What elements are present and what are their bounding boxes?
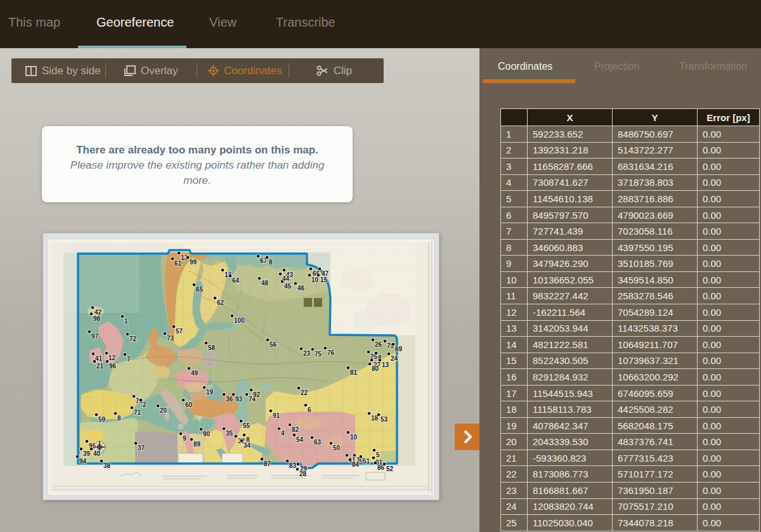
svg-text:24: 24 [391,355,398,362]
svg-text:21: 21 [96,363,104,370]
svg-text:69: 69 [395,346,403,353]
svg-text:37: 37 [138,444,145,451]
svg-text:28: 28 [299,470,307,477]
svg-text:80: 80 [372,365,379,372]
svg-text:57: 57 [176,328,183,335]
svg-text:100: 100 [234,317,245,324]
svg-text:81: 81 [350,369,358,376]
svg-text:12: 12 [108,354,116,361]
svg-text:8: 8 [117,415,121,422]
svg-text:34: 34 [244,442,251,449]
svg-text:71: 71 [134,409,141,416]
svg-text:54: 54 [296,436,304,443]
svg-text:59: 59 [98,416,106,423]
svg-text:10: 10 [350,434,358,441]
svg-text:60: 60 [185,401,193,408]
svg-text:89: 89 [193,441,201,448]
svg-text:1: 1 [124,318,128,325]
svg-text:75: 75 [315,351,322,358]
svg-text:20: 20 [160,407,167,414]
svg-text:23: 23 [303,350,311,357]
svg-text:94: 94 [79,458,87,465]
svg-text:58: 58 [208,344,216,351]
svg-text:65: 65 [196,286,204,293]
svg-text:55: 55 [243,422,250,429]
svg-text:56: 56 [270,341,277,348]
svg-text:13: 13 [382,361,389,368]
svg-text:35: 35 [226,430,233,437]
svg-text:63: 63 [314,439,322,446]
svg-text:97: 97 [91,333,99,340]
svg-text:19: 19 [206,389,214,396]
svg-text:8: 8 [269,259,273,266]
svg-text:91: 91 [273,412,280,419]
svg-text:48: 48 [261,280,269,287]
svg-text:98: 98 [93,315,101,322]
svg-text:64: 64 [232,277,240,284]
svg-text:22: 22 [301,389,308,396]
svg-text:45: 45 [284,283,292,290]
svg-text:76: 76 [327,349,335,356]
svg-text:40: 40 [93,450,101,457]
svg-text:51: 51 [363,458,370,465]
svg-text:84: 84 [352,461,360,468]
svg-text:82: 82 [292,426,299,433]
svg-text:87: 87 [264,460,271,467]
svg-text:62: 62 [217,299,224,306]
svg-text:53: 53 [380,416,388,423]
svg-text:90: 90 [203,431,211,438]
svg-text:83: 83 [289,462,297,469]
svg-text:73: 73 [167,335,174,342]
svg-text:96: 96 [109,363,117,370]
svg-text:6: 6 [308,406,311,413]
svg-text:2: 2 [143,401,146,408]
svg-text:52: 52 [386,465,394,472]
svg-text:46: 46 [297,285,305,292]
svg-text:92: 92 [253,391,261,398]
svg-text:50: 50 [333,444,341,451]
svg-text:26: 26 [375,341,382,348]
svg-text:49: 49 [191,370,198,377]
svg-text:15: 15 [320,276,328,283]
svg-text:39: 39 [83,450,91,457]
svg-text:36: 36 [226,396,233,403]
svg-text:93: 93 [235,396,243,403]
svg-text:99: 99 [190,259,197,266]
svg-text:7: 7 [127,356,131,363]
svg-text:4: 4 [281,430,285,437]
svg-text:38: 38 [103,462,111,469]
svg-text:5: 5 [376,451,380,458]
svg-text:9: 9 [183,435,186,442]
svg-text:10: 10 [311,276,319,283]
svg-text:72: 72 [129,335,137,342]
